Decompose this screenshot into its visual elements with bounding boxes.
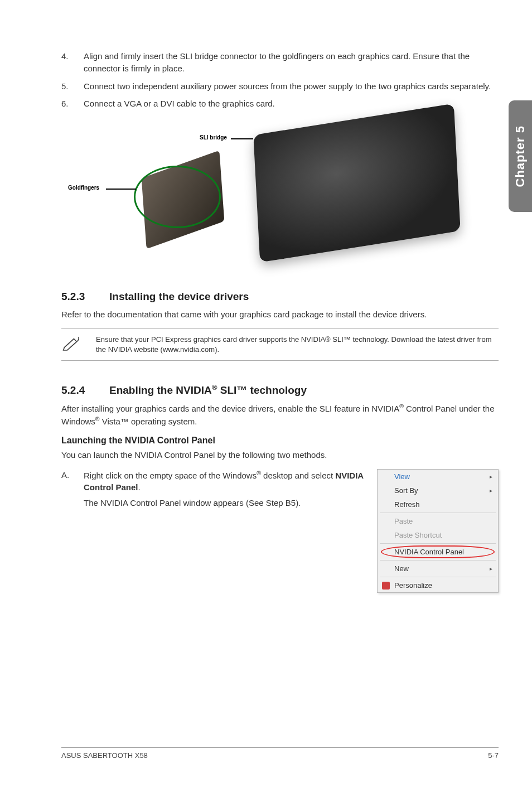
section-title: Enabling the NVIDIA® SLI™ technology	[109, 384, 307, 396]
menu-item-nvidia-control-panel[interactable]: NVIDIA Control Panel	[378, 545, 498, 559]
page-footer: ASUS SABERTOOTH X58 5-7	[61, 747, 499, 760]
section-5-2-4-body: After installing your graphics cards and…	[61, 402, 499, 428]
step-a-label: A.	[61, 469, 84, 509]
desktop-context-menu: View ▸ Sort By ▸ Refresh Paste Paste Sho…	[377, 469, 499, 593]
personalize-icon	[382, 582, 390, 590]
footer-product-name: ASUS SABERTOOTH X58	[61, 751, 148, 760]
graphics-card-photo	[253, 103, 461, 262]
submenu-arrow-icon: ▸	[490, 487, 492, 494]
section-number: 5.2.4	[61, 384, 109, 397]
step-number: 4.	[61, 50, 84, 75]
sli-bridge-figure: Goldfingers SLI bridge	[61, 115, 499, 272]
section-5-2-3-heading: 5.2.3Installing the device drivers	[61, 291, 499, 303]
menu-separator	[380, 577, 496, 577]
goldfingers-leader-line	[106, 189, 136, 190]
step-a-line2: The NVIDIA Control Panel window appears …	[84, 497, 367, 509]
submenu-arrow-icon: ▸	[490, 474, 492, 480]
section-5-2-4-heading: 5.2.4Enabling the NVIDIA® SLI™ technolog…	[61, 383, 499, 397]
launching-heading: Launching the NVIDIA Control Panel	[61, 436, 499, 446]
menu-separator	[380, 513, 496, 513]
step-a-row: A. Right click on the empty space of the…	[61, 469, 499, 593]
sli-bridge-label: SLI bridge	[200, 134, 227, 141]
step-a-line1: Right click on the empty space of the Wi…	[84, 469, 367, 494]
menu-separator	[380, 560, 496, 561]
menu-item-personalize[interactable]: Personalize	[378, 578, 498, 592]
menu-item-refresh[interactable]: Refresh	[378, 497, 498, 511]
goldfingers-highlight-circle	[134, 166, 221, 228]
menu-item-paste: Paste	[378, 514, 498, 528]
note-text: Ensure that your PCI Express graphics ca…	[96, 335, 499, 355]
footer-page-number: 5-7	[488, 751, 499, 760]
menu-item-view[interactable]: View ▸	[378, 470, 498, 484]
step-a-text-block: A. Right click on the empty space of the…	[61, 469, 367, 509]
menu-separator	[380, 543, 496, 544]
sli-bridge-leader-line	[231, 138, 253, 139]
section-number: 5.2.3	[61, 291, 109, 303]
step-number: 6.	[61, 98, 84, 110]
menu-item-sort-by[interactable]: Sort By ▸	[378, 484, 498, 497]
note-box: Ensure that your PCI Express graphics ca…	[61, 328, 499, 361]
step-5: 5. Connect two independent auxiliary pow…	[61, 80, 499, 93]
note-pencil-icon	[61, 335, 96, 354]
launching-intro: You can launch the NVIDIA Control Panel …	[61, 449, 499, 461]
step-text: Connect a VGA or a DVI cable to the grap…	[84, 98, 275, 110]
page-content: 4. Align and firmly insert the SLI bridg…	[0, 0, 532, 780]
goldfingers-label: Goldfingers	[68, 185, 99, 191]
section-title: Installing the device drivers	[109, 291, 249, 302]
step-text: Connect two independent auxiliary power …	[84, 80, 491, 93]
menu-item-new[interactable]: New ▸	[378, 562, 498, 576]
step-number: 5.	[61, 80, 84, 93]
menu-item-paste-shortcut: Paste Shortcut	[378, 528, 498, 542]
step-text: Align and firmly insert the SLI bridge c…	[84, 50, 499, 75]
step-4: 4. Align and firmly insert the SLI bridg…	[61, 50, 499, 75]
submenu-arrow-icon: ▸	[490, 566, 492, 572]
install-steps-list: 4. Align and firmly insert the SLI bridg…	[61, 50, 499, 110]
section-5-2-3-body: Refer to the documentation that came wit…	[61, 308, 499, 321]
